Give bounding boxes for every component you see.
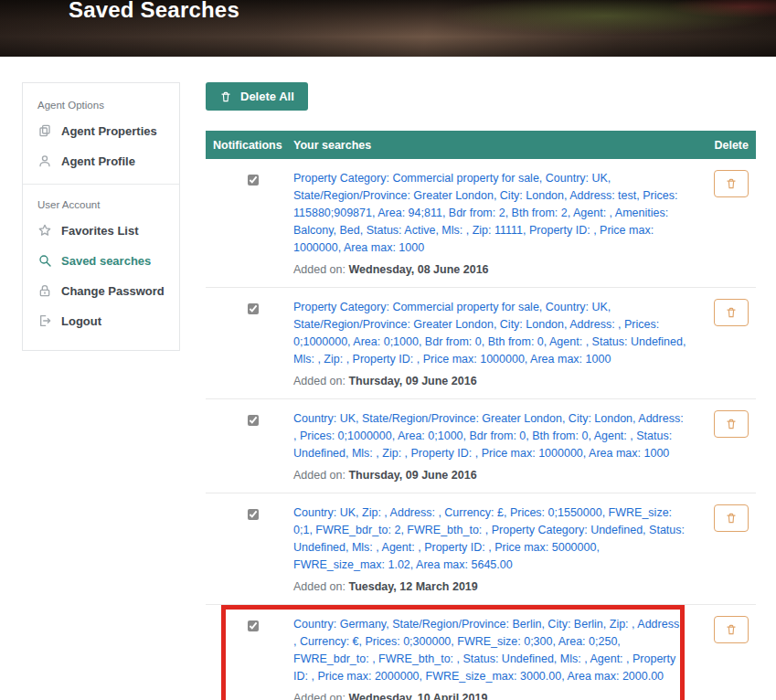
sidebar: Agent Options Agent Properties Agent Pro… [22,82,180,351]
notifications-cell [213,170,293,189]
sidebar-item-label: Change Password [61,284,165,298]
trash-icon [725,623,738,636]
star-icon [37,223,52,238]
table-header: Notifications Your searches Delete [206,131,756,159]
delete-all-label: Delete All [240,90,294,103]
added-on-label: Added on: [293,469,345,482]
delete-cell [697,170,749,197]
sidebar-item-favorites-list[interactable]: Favorites List [37,223,165,238]
table-body: Property Category: Commercial property f… [206,159,756,700]
sidebar-item-label: Agent Profile [61,154,135,168]
delete-row-button[interactable] [714,504,749,532]
column-header-notifications: Notifications [213,139,293,152]
sidebar-item-agent-properties[interactable]: Agent Properties [37,123,165,138]
table-row: Property Category: Commercial property f… [206,288,756,399]
delete-row-button[interactable] [714,616,749,643]
search-cell: Country: UK, Zip: , Address: , Currency:… [293,504,697,593]
page-title: Saved Searches [69,0,239,24]
table-row: Country: UK, State/Region/Province: Grea… [206,399,756,493]
main-panel: Delete All Notifications Your searches D… [206,82,756,700]
search-cell: Property Category: Commercial property f… [293,299,697,387]
sidebar-item-logout[interactable]: Logout [37,313,165,328]
copy-icon [37,123,52,138]
added-on-label: Added on: [293,263,345,276]
trash-icon [725,512,738,525]
saved-search-link[interactable]: Property Category: Commercial property f… [293,299,688,368]
notification-checkbox[interactable] [248,620,259,631]
added-on-date: Tuesday, 12 March 2019 [348,580,477,593]
table-row: Property Category: Commercial property f… [206,159,756,288]
table-row: Country: UK, Zip: , Address: , Currency:… [206,493,756,605]
notifications-cell [213,299,293,318]
saved-searches-table: Notifications Your searches Delete Prope… [206,131,756,700]
saved-search-link[interactable]: Property Category: Commercial property f… [293,170,688,257]
saved-search-link[interactable]: Country: UK, Zip: , Address: , Currency:… [293,504,688,574]
search-cell: Country: Germany, State/Region/Province:… [293,616,697,700]
notifications-cell [213,504,293,524]
delete-row-button[interactable] [714,410,749,438]
added-on-date: Thursday, 09 June 2016 [348,469,476,482]
trash-icon [725,177,738,190]
column-header-your-searches: Your searches [293,139,697,152]
delete-cell [697,616,749,643]
added-on-date: Wednesday, 10 April 2019 [348,692,487,700]
content-area: Agent Options Agent Properties Agent Pro… [0,57,776,700]
delete-row-button[interactable] [714,299,749,326]
trash-icon [725,306,738,319]
trash-icon [725,418,738,430]
search-cell: Property Category: Commercial property f… [293,170,697,276]
sidebar-item-label: Favorites List [61,224,139,238]
delete-row-button[interactable] [714,170,749,197]
added-on-line: Added on: Wednesday, 08 June 2016 [293,263,688,276]
sidebar-item-change-password[interactable]: Change Password [37,283,165,298]
logout-icon [37,313,52,328]
sidebar-section-label: User Account [37,199,165,210]
sidebar-section-label: Agent Options [37,100,165,111]
sidebar-item-label: Agent Properties [61,124,157,138]
notification-checkbox[interactable] [248,415,259,426]
notification-checkbox[interactable] [248,303,259,314]
delete-cell [697,504,749,532]
sidebar-item-agent-profile[interactable]: Agent Profile [37,154,165,168]
added-on-label: Added on: [293,580,345,593]
user-icon [37,154,52,168]
notifications-cell [213,410,293,430]
added-on-label: Added on: [293,692,345,700]
sidebar-divider [23,184,179,185]
sidebar-item-label: Saved searches [61,254,151,268]
search-cell: Country: UK, State/Region/Province: Grea… [293,410,697,482]
search-icon [37,253,52,268]
sidebar-item-saved-searches[interactable]: Saved searches [37,253,165,268]
trash-icon [219,90,232,103]
notifications-cell [213,616,293,635]
saved-search-link[interactable]: Country: Germany, State/Region/Province:… [293,616,688,685]
table-row: Country: Germany, State/Region/Province:… [206,605,756,700]
added-on-line: Added on: Tuesday, 12 March 2019 [293,580,688,593]
page-banner: Saved Searches [0,0,776,57]
added-on-line: Added on: Thursday, 09 June 2016 [293,375,688,387]
sidebar-item-label: Logout [61,314,101,328]
added-on-date: Thursday, 09 June 2016 [348,375,476,387]
added-on-line: Added on: Thursday, 09 June 2016 [293,469,688,482]
saved-search-link[interactable]: Country: UK, State/Region/Province: Grea… [293,410,688,462]
column-header-delete: Delete [697,139,749,152]
added-on-label: Added on: [293,375,345,387]
delete-cell [697,410,749,438]
lock-icon [37,283,52,298]
notification-checkbox[interactable] [248,509,259,520]
delete-all-button[interactable]: Delete All [206,82,308,111]
notification-checkbox[interactable] [248,175,259,186]
added-on-line: Added on: Wednesday, 10 April 2019 [293,692,688,700]
delete-cell [697,299,749,326]
added-on-date: Wednesday, 08 June 2016 [348,263,488,276]
